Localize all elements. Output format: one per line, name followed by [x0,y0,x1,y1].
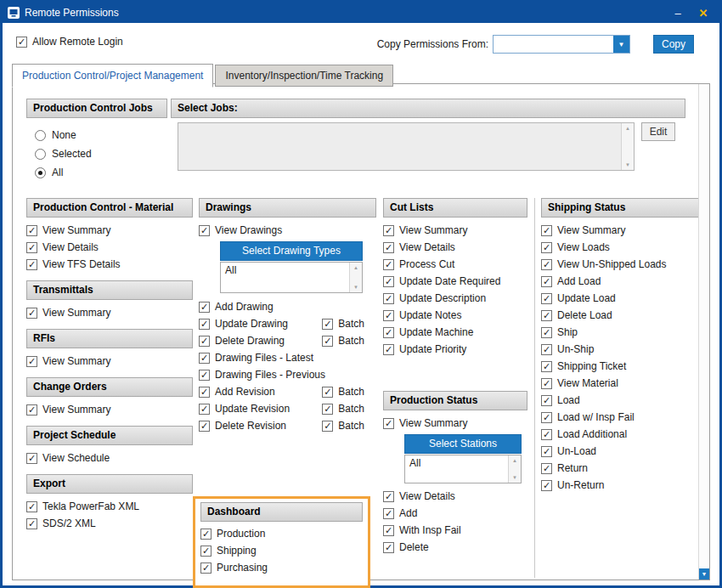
permission-checkbox[interactable]: ✓ Load [541,394,702,406]
permission-checkbox[interactable]: ✓ View Loads [541,241,702,253]
jobs-list-scrollbar[interactable]: ▲ ▼ [621,123,634,170]
scroll-up-icon[interactable]: ▲ [512,458,517,463]
app-icon [7,7,20,20]
permission-checkbox[interactable]: ✓ Add Revision ✓ Batch [199,386,376,398]
jobs-list-box[interactable]: ▲ ▼ [178,122,635,171]
permission-checkbox[interactable]: ✓ Un-Ship [541,343,702,355]
permission-checkbox[interactable]: ✓ Update Drawing ✓ Batch [199,318,376,330]
permission-checkbox[interactable]: ✓ Shipping [200,545,363,557]
permission-checkbox[interactable]: ✓ View Summary [541,224,702,236]
permission-checkbox[interactable]: ✓ View Summary [26,355,193,367]
stations-listbox[interactable]: All ▲ ▼ [404,455,522,483]
close-button[interactable]: ✕ [691,3,716,22]
permission-checkbox[interactable]: ✓ View Material [541,377,702,389]
edit-jobs-button[interactable]: Edit [641,122,675,141]
permission-checkbox[interactable]: ✓ With Insp Fail [383,524,527,536]
checkbox-list: ✓ View Summary [26,307,193,319]
permission-checkbox[interactable]: ✓ Delete Revision ✓ Batch [199,420,376,432]
select-drawing-types-button[interactable]: Select Drawing Types [220,241,363,261]
permission-checkbox[interactable]: ✓ Load w/ Insp Fail [541,411,702,423]
permission-checkbox[interactable]: ✓ Add Load [541,275,702,287]
permission-checkbox[interactable]: ✓ View TFS Details [26,258,193,270]
panel-scrollbar[interactable]: ▼ [698,84,709,580]
checkbox-label: Add Revision [215,386,275,398]
permission-checkbox[interactable]: ✓ Shipping Ticket [541,360,702,372]
tab-inventory-inspection-time-tracking[interactable]: Inventory/Inspection/Time Tracking [215,65,393,87]
checkbox-checked-icon: ✓ [383,491,394,502]
checkbox-label: Update Priority [399,343,466,355]
permission-checkbox[interactable]: ✓ View Schedule [26,452,193,464]
select-stations-button[interactable]: Select Stations [404,434,522,454]
permission-checkbox[interactable]: ✓ Update Revision ✓ Batch [199,403,376,415]
batch-checkbox[interactable]: ✓ Batch [322,318,364,330]
permission-checkbox[interactable]: ✓ View Summary [26,224,193,236]
scroll-up-icon[interactable]: ▲ [625,126,630,131]
permission-checkbox[interactable]: ✓ Un-Return [541,479,702,491]
permission-checkbox[interactable]: ✓ Load Additional [541,428,702,440]
scroll-down-button[interactable]: ▼ [699,568,709,580]
permission-checkbox[interactable]: ✓ View Summary [26,307,193,319]
permission-checkbox[interactable]: ✓ Add Drawing [199,301,376,313]
view-summary-checkbox[interactable]: ✓ View Summary [383,417,527,429]
checkbox-checked-icon: ✓ [541,446,552,457]
permission-checkbox[interactable]: ✓ SDS/2 XML [26,517,193,529]
scroll-down-icon[interactable]: ▼ [625,162,630,167]
listbox-scrollbar[interactable]: ▲ ▼ [349,263,362,292]
minimize-button[interactable]: – [665,3,691,22]
permission-checkbox[interactable]: ✓ Add [383,507,527,519]
checkbox-label: Shipping [217,545,257,557]
permission-checkbox[interactable]: ✓ Drawing Files - Previous [199,369,376,381]
permission-checkbox[interactable]: ✓ View Un-Shipped Loads [541,258,702,270]
view-drawings-checkbox[interactable]: ✓ View Drawings [199,224,376,236]
checkbox-list: ✓ View Details ✓ Add ✓ With Insp Fail [383,490,527,553]
copy-button[interactable]: Copy [653,35,694,54]
permission-checkbox[interactable]: ✓ View Details [26,241,193,253]
permission-checkbox[interactable]: ✓ Production [200,528,363,540]
jobs-radio-option[interactable]: All [35,167,167,178]
permission-checkbox[interactable]: ✓ Delete Load [541,309,702,321]
permission-checkbox[interactable]: ✓ View Details [383,241,527,253]
batch-checkbox[interactable]: ✓ Batch [322,420,364,432]
batch-checkbox[interactable]: ✓ Batch [322,386,364,398]
jobs-radio-option[interactable]: None [35,129,167,141]
permission-checkbox[interactable]: ✓ Process Cut [383,258,527,270]
checkbox-checked-icon: ✓ [541,378,552,389]
checkbox-label: Un-Ship [557,343,594,355]
permission-checkbox[interactable]: ✓ Delete [383,541,527,553]
checkbox-checked-icon: ✓ [16,37,27,48]
permission-checkbox[interactable]: ✓ View Summary [383,224,527,236]
checkbox-list: ✓ Production ✓ Shipping ✓ Purchasi [200,528,363,574]
permission-checkbox[interactable]: ✓ Tekla PowerFab XML [26,500,193,512]
permission-checkbox[interactable]: ✓ Return [541,462,702,474]
permission-checkbox[interactable]: ✓ Purchasing [200,562,363,574]
scroll-down-icon[interactable]: ▼ [512,475,517,480]
permission-checkbox[interactable]: ✓ Drawing Files - Latest [199,352,376,364]
permission-checkbox[interactable]: ✓ Update Description [383,292,527,304]
drawing-types-listbox[interactable]: All ▲ ▼ [220,262,363,293]
checkbox-checked-icon: ✓ [322,421,333,432]
jobs-radio-option[interactable]: Selected [35,148,167,160]
permission-checkbox[interactable]: ✓ Ship [541,326,702,338]
permission-checkbox[interactable]: ✓ Update Machine [383,326,527,338]
batch-checkbox[interactable]: ✓ Batch [322,403,364,415]
allow-remote-login-checkbox[interactable]: ✓ Allow Remote Login [16,36,123,48]
permission-checkbox[interactable]: ✓ Update Notes [383,309,527,321]
checkbox-checked-icon: ✓ [383,225,394,236]
permission-checkbox[interactable]: ✓ Un-Load [541,445,702,457]
permission-checkbox[interactable]: ✓ View Summary [26,404,193,416]
scroll-down-icon[interactable]: ▼ [353,285,358,290]
permission-checkbox[interactable]: ✓ Update Date Required [383,275,527,287]
checkbox-label: Add Drawing [215,301,274,313]
permission-checkbox[interactable]: ✓ Update Priority [383,343,527,355]
listbox-scrollbar[interactable]: ▲ ▼ [508,455,521,483]
scroll-up-icon[interactable]: ▲ [353,265,358,270]
copy-permissions-dropdown[interactable]: ▼ [493,35,630,54]
permission-checkbox[interactable]: ✓ View Details [383,490,527,502]
permission-checkbox[interactable]: ✓ Update Load [541,292,702,304]
section-transmittals: Transmittals ✓ View Summary [26,280,193,319]
batch-checkbox[interactable]: ✓ Batch [322,335,364,347]
tab-production-control-project-management[interactable]: Production Control/Project Management [12,64,213,88]
checkbox-label: View Material [557,377,618,389]
dropdown-arrow-icon[interactable]: ▼ [613,36,629,53]
permission-checkbox[interactable]: ✓ Delete Drawing ✓ Batch [199,335,376,347]
